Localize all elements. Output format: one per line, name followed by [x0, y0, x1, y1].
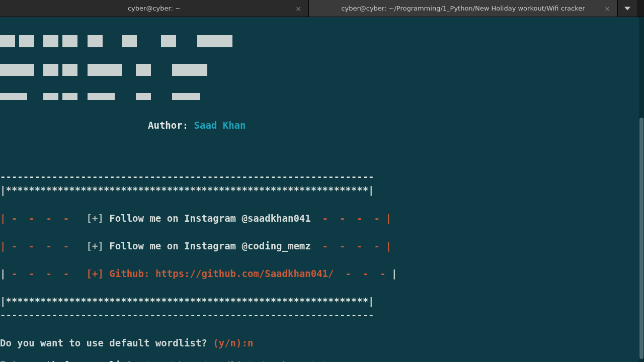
- question-text: Do you want to use default wordlist?: [0, 337, 213, 348]
- github-label: Github:: [109, 268, 155, 279]
- banner-rule-bottom: ----------------------------------------…: [0, 309, 374, 320]
- author-line: Author: Saad Khan: [0, 120, 644, 131]
- banner-pipe: |: [0, 268, 12, 279]
- info-banner: ----------------------------------------…: [0, 156, 644, 322]
- follow-instagram-1: Follow me on Instagram @saadkhan041: [104, 213, 323, 224]
- banner-dash: | - - - -: [0, 213, 87, 224]
- tab-wifi-cracker[interactable]: cyber@cyber: ~/Programming/1_Python/New …: [309, 0, 618, 17]
- plus-icon: [+]: [87, 240, 104, 251]
- follow-instagram-2: Follow me on Instagram @coding_memz: [104, 240, 323, 251]
- passlist-prompt: Enter path for passlist: /usr/share/word…: [0, 359, 644, 362]
- passlist-path: /usr/share/wordlists/rockyou.txt: [144, 359, 328, 362]
- plus-icon: [+]: [69, 268, 109, 279]
- close-icon[interactable]: ×: [603, 5, 611, 13]
- author-label: Author:: [148, 120, 194, 131]
- tab-menu-button[interactable]: [618, 0, 637, 17]
- banner-dash: | - - - -: [0, 240, 87, 251]
- banner-pipe: |: [391, 268, 397, 279]
- banner-dash: - - - - |: [323, 240, 391, 251]
- ascii-banner: [0, 17, 644, 117]
- banner-dash: - - - -: [12, 268, 69, 279]
- plus-icon: [+]: [87, 213, 104, 224]
- banner-dash: - - -: [334, 268, 391, 279]
- wordlist-question: Do you want to use default wordlist? (y/…: [0, 337, 644, 348]
- close-icon[interactable]: ×: [294, 5, 302, 13]
- scrollbar-thumb[interactable]: [639, 118, 643, 359]
- author-name: Saad Khan: [194, 120, 246, 131]
- banner-stars: |***************************************…: [0, 185, 374, 196]
- banner-stars: |***************************************…: [0, 296, 374, 307]
- github-url: https://github.com/Saadkhan041/: [155, 268, 334, 279]
- banner-rule-top: ----------------------------------------…: [0, 171, 374, 182]
- scrollbar[interactable]: [639, 17, 644, 362]
- yn-prompt: (y/n):: [213, 337, 248, 348]
- yn-answer: n: [248, 337, 253, 348]
- tab-home[interactable]: cyber@cyber: ~ ×: [0, 0, 309, 17]
- tab-home-title: cyber@cyber: ~: [0, 5, 308, 12]
- passlist-label: Enter path for passlist:: [0, 359, 144, 362]
- chevron-down-icon: [624, 6, 630, 12]
- banner-dash: - - - - |: [323, 213, 391, 224]
- tab-wifi-title: cyber@cyber: ~/Programming/1_Python/New …: [309, 5, 617, 12]
- tab-bar: cyber@cyber: ~ × cyber@cyber: ~/Programm…: [0, 0, 644, 17]
- terminal-viewport[interactable]: Author: Saad Khan ----------------------…: [0, 17, 644, 362]
